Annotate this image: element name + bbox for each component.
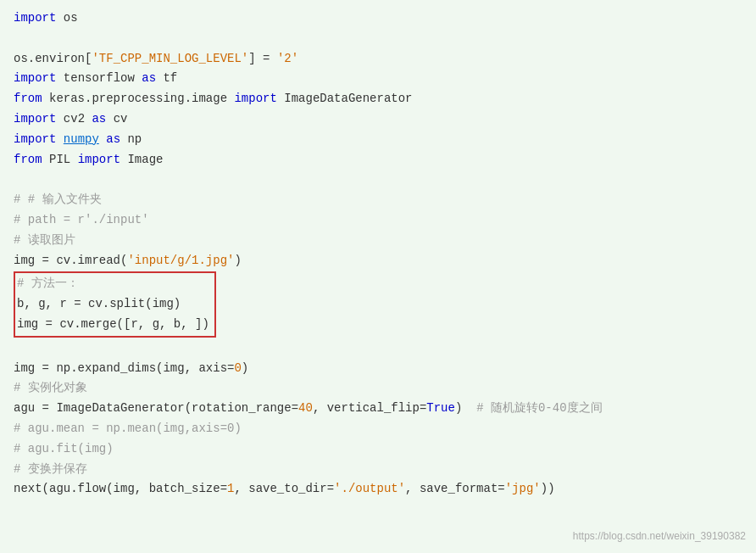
code-line-22: # agu.fit(img): [14, 439, 742, 460]
code-line-6: import cv2 as cv: [14, 109, 742, 130]
code-line-19: # 实例化对象: [14, 378, 742, 399]
code-line-13: img = cv.imread('input/g/1.jpg'): [14, 251, 742, 271]
code-line-12: # 读取图片: [14, 231, 742, 251]
code-line-21: # agu.mean = np.mean(img,axis=0): [14, 419, 742, 439]
code-line-1: import os: [14, 8, 742, 29]
code-line-8: from PIL import Image: [14, 150, 742, 170]
code-line-3: os.environ['TF_CPP_MIN_LOG_LEVEL'] = '2': [14, 49, 742, 70]
code-line-7: import numpy as np: [14, 130, 742, 150]
code-line-18: img = np.expand_dims(img, axis=0): [14, 359, 742, 379]
code-line-16: img = cv.merge([r, g, b, ]): [17, 315, 209, 335]
code-line-14: # 方法一：: [17, 274, 209, 294]
watermark: https://blog.csdn.net/weixin_39190382: [573, 528, 746, 545]
code-line-24: next(agu.flow(img, batch_size=1, save_to…: [14, 479, 742, 500]
code-line-23: # 变换并保存: [14, 460, 742, 480]
code-line-17: [14, 338, 742, 359]
highlighted-block: # 方法一： b, g, r = cv.split(img) img = cv.…: [14, 271, 216, 337]
numpy-link[interactable]: numpy: [64, 132, 99, 146]
code-editor: import os os.environ['TF_CPP_MIN_LOG_LEV…: [0, 0, 756, 553]
code-line-2: [14, 29, 742, 49]
code-line-4: import tensorflow as tf: [14, 69, 742, 89]
code-line-10: # # 输入文件夹: [14, 190, 742, 210]
code-line-9: [14, 170, 742, 190]
code-line-15: b, g, r = cv.split(img): [17, 294, 209, 315]
code-line-20: agu = ImageDataGenerator(rotation_range=…: [14, 399, 742, 419]
code-line-11: # path = r'./input': [14, 210, 742, 231]
code-line-5: from keras.preprocessing.image import Im…: [14, 89, 742, 109]
